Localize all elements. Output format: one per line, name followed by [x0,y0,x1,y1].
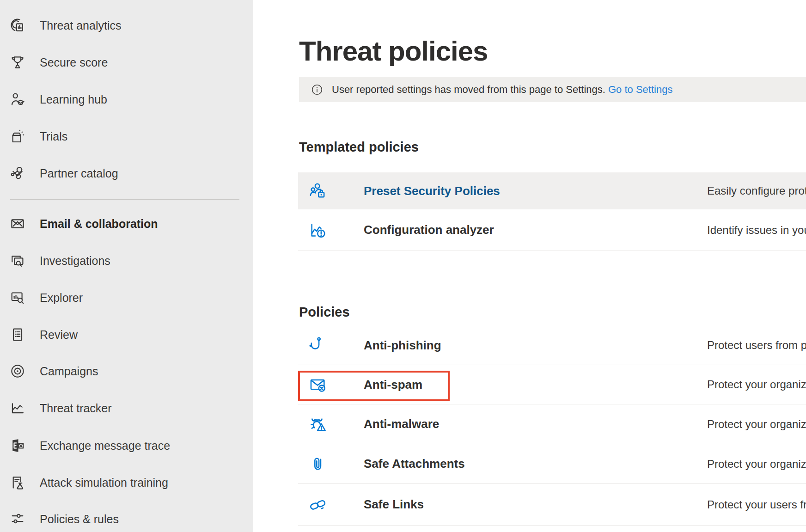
sidebar-item-label: Email & collaboration [40,217,158,231]
info-icon [311,83,324,96]
safe-links-icon [308,495,328,514]
banner-message-text: User reported settings has moved from th… [332,84,605,95]
review-icon [9,326,26,343]
row-description: Protect your organiz [707,458,806,471]
row-label[interactable]: Anti-malware [364,417,439,431]
sidebar-item-explorer[interactable]: Explorer [0,285,253,311]
threat-tracker-icon [9,400,26,416]
row-label[interactable]: Configuration analyzer [364,223,494,237]
page-title: Threat policies [299,35,488,67]
threat-analytics-icon [9,17,26,34]
exchange-message-trace-icon [9,437,26,454]
main-content: Threat policies User reported settings h… [253,0,806,532]
secure-score-icon [9,54,26,71]
explorer-icon [9,289,26,306]
row-label[interactable]: Safe Links [364,497,424,512]
sidebar-item-label: Threat analytics [40,19,121,32]
sidebar-item-label: Exchange message trace [40,439,170,453]
sidebar-item-label: Explorer [40,291,83,305]
sidebar-item-label: Campaigns [40,365,98,378]
campaigns-icon [9,363,26,379]
sidebar-item-review[interactable]: Review [0,322,253,348]
row-label[interactable]: Anti-spam [364,378,422,392]
sidebar-item-policies-rules[interactable]: Policies & rules [0,506,253,532]
learning-hub-icon [9,91,26,108]
row-description: Protect your organiz [707,378,806,391]
sidebar-item-label: Threat tracker [40,402,112,415]
chevron-down-icon [9,165,26,182]
row-description: Easily configure prot [707,184,806,197]
sidebar-divider [10,199,239,200]
preset-security-policies-icon [308,181,328,201]
sidebar-item-label: Learning hub [40,93,107,106]
sidebar-item-partner-catalog[interactable]: Partner catalog [0,160,253,186]
policies-rules-icon [9,511,26,527]
row-anti-malware[interactable]: Anti-malware Protect your organiz [298,404,806,444]
anti-spam-icon [308,375,328,394]
row-description: Protect your organiz [707,418,806,431]
anti-phishing-icon [308,336,328,355]
investigations-icon [9,252,26,269]
row-safe-attachments[interactable]: Safe Attachments Protect your organiz [298,444,806,484]
sidebar: Threat analytics Secure score Learning h… [0,0,253,532]
sidebar-item-investigations[interactable]: Investigations [0,248,253,274]
threat-policies-page: Threat analytics Secure score Learning h… [0,0,806,532]
sidebar-item-attack-simulation-training[interactable]: Attack simulation training [0,470,253,495]
sidebar-item-label: Review [40,328,78,342]
attack-simulation-training-icon [9,474,26,491]
sidebar-item-learning-hub[interactable]: Learning hub [0,86,253,112]
sidebar-item-label: Investigations [40,254,110,268]
sidebar-item-label: Partner catalog [40,167,118,180]
row-anti-phishing[interactable]: Anti-phishing Protect users from p [298,326,806,365]
sidebar-item-threat-tracker[interactable]: Threat tracker [0,395,253,421]
templated-policies-heading: Templated policies [299,140,419,155]
policies-heading: Policies [299,305,350,320]
row-anti-spam[interactable]: Anti-spam Protect your organiz [298,365,806,404]
row-description: Protect your users fr [707,498,806,511]
sidebar-item-label: Secure score [40,56,108,69]
go-to-settings-link[interactable]: Go to Settings [608,84,672,95]
safe-attachments-icon [308,454,328,474]
sidebar-item-secure-score[interactable]: Secure score [0,49,253,75]
row-label[interactable]: Safe Attachments [364,457,465,471]
banner-message: User reported settings has moved from th… [332,84,672,96]
sidebar-item-email-collaboration[interactable]: Email & collaboration [0,211,253,237]
anti-malware-icon [308,415,328,434]
sidebar-item-label: Trials [40,130,67,143]
configuration-analyzer-icon [308,220,328,240]
row-label[interactable]: Preset Security Policies [364,184,500,198]
sidebar-item-label: Attack simulation training [40,476,168,489]
row-safe-links[interactable]: Safe Links Protect your users fr [298,484,806,526]
row-description: Protect users from p [707,339,806,352]
sidebar-item-campaigns[interactable]: Campaigns [0,358,253,384]
row-label[interactable]: Anti-phishing [364,338,441,353]
row-preset-security-policies[interactable]: Preset Security Policies Easily configur… [298,172,806,209]
sidebar-item-threat-analytics[interactable]: Threat analytics [0,12,253,38]
sidebar-item-trials[interactable]: Trials [0,123,253,149]
sidebar-item-label: Policies & rules [40,513,119,526]
info-banner: User reported settings has moved from th… [299,77,806,102]
row-configuration-analyzer[interactable]: Configuration analyzer Identify issues i… [298,209,806,251]
row-description: Identify issues in you [707,224,806,237]
sidebar-item-exchange-message-trace[interactable]: Exchange message trace [0,433,253,459]
chevron-up-icon [9,215,26,232]
trials-icon [9,128,26,145]
